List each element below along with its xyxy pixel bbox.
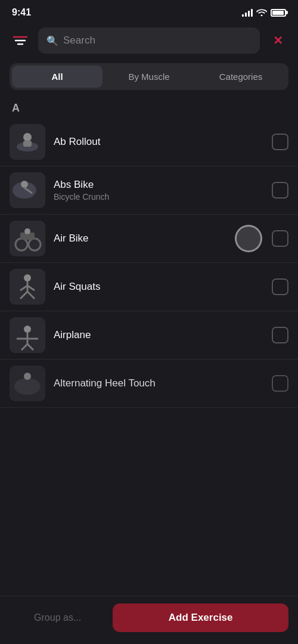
wifi-icon: [256, 8, 267, 18]
filter-button[interactable]: [10, 30, 31, 51]
exercise-list: Ab Rollout Abs Bike Bicycle Crunch: [0, 118, 298, 408]
svg-point-15: [24, 228, 30, 234]
exercise-thumb-air-bike: [10, 221, 45, 256]
svg-point-31: [24, 373, 31, 380]
svg-point-9: [21, 181, 28, 188]
search-icon: 🔍: [46, 35, 58, 47]
exercise-info-ab-rollout: Ab Rollout: [54, 136, 263, 148]
search-input[interactable]: [63, 35, 252, 47]
exercise-info-airplane: Airplane: [54, 329, 263, 341]
exercise-subtitle: Bicycle Crunch: [54, 192, 263, 202]
exercise-name: Alternating Heel Touch: [54, 377, 263, 389]
exercise-name: Airplane: [54, 329, 263, 341]
tab-by-muscle[interactable]: By Muscle: [104, 66, 194, 88]
exercise-thumb-alternating-heel-touch: [10, 366, 45, 401]
section-letter-a: A: [0, 95, 298, 118]
exercise-item-air-squats[interactable]: Air Squats: [0, 263, 298, 311]
search-area: 🔍 ✕: [0, 23, 298, 61]
svg-rect-6: [23, 141, 32, 147]
signal-icon: [242, 8, 253, 17]
tab-categories[interactable]: Categories: [195, 66, 286, 88]
exercise-checkbox-air-bike[interactable]: [272, 230, 288, 247]
add-exercise-button[interactable]: Add Exercise: [113, 603, 288, 632]
exercise-checkbox-abs-bike[interactable]: [272, 182, 288, 199]
exercise-checkbox-airplane[interactable]: [272, 327, 288, 343]
group-as-button[interactable]: Group as...: [10, 604, 105, 631]
exercise-checkbox-alternating-heel-touch[interactable]: [272, 375, 288, 392]
exercise-thumb-airplane: [10, 317, 45, 353]
exercise-name: Air Squats: [54, 281, 263, 293]
exercise-checkbox-ab-rollout[interactable]: [272, 134, 288, 150]
status-icons: [242, 8, 286, 18]
svg-point-5: [23, 133, 32, 141]
svg-point-30: [14, 378, 41, 395]
status-bar: 9:41: [0, 0, 298, 23]
exercise-name: Abs Bike: [54, 179, 263, 191]
exercise-item-airplane[interactable]: Airplane: [0, 311, 298, 360]
battery-icon: [271, 9, 286, 17]
exercise-thumb-ab-rollout: [10, 124, 45, 160]
exercise-item-ab-rollout[interactable]: Ab Rollout: [0, 118, 298, 166]
exercise-info-air-bike: Air Bike: [54, 233, 263, 244]
exercise-thumb-air-squats: [10, 269, 45, 305]
exercise-info-air-squats: Air Squats: [54, 281, 263, 293]
tab-bar: All By Muscle Categories: [10, 63, 288, 90]
exercise-item-abs-bike[interactable]: Abs Bike Bicycle Crunch: [0, 166, 298, 215]
svg-point-17: [24, 274, 31, 281]
exercise-thumb-abs-bike: [10, 172, 45, 208]
exercise-checkbox-air-squats[interactable]: [272, 278, 288, 295]
tap-indicator: [235, 225, 262, 252]
status-time: 9:41: [12, 7, 31, 18]
svg-point-24: [24, 326, 31, 333]
exercise-info-abs-bike: Abs Bike Bicycle Crunch: [54, 179, 263, 202]
exercise-name: Ab Rollout: [54, 136, 263, 148]
tab-all[interactable]: All: [12, 66, 103, 88]
exercise-name: Air Bike: [54, 233, 263, 244]
exercise-item-air-bike[interactable]: Air Bike: [0, 215, 298, 263]
search-input-container: 🔍: [38, 27, 260, 54]
exercise-item-alternating-heel-touch[interactable]: Alternating Heel Touch: [0, 360, 298, 408]
exercise-info-alternating-heel-touch: Alternating Heel Touch: [54, 377, 263, 389]
close-button[interactable]: ✕: [267, 30, 288, 51]
bottom-action-bar: Group as... Add Exercise: [0, 596, 298, 644]
